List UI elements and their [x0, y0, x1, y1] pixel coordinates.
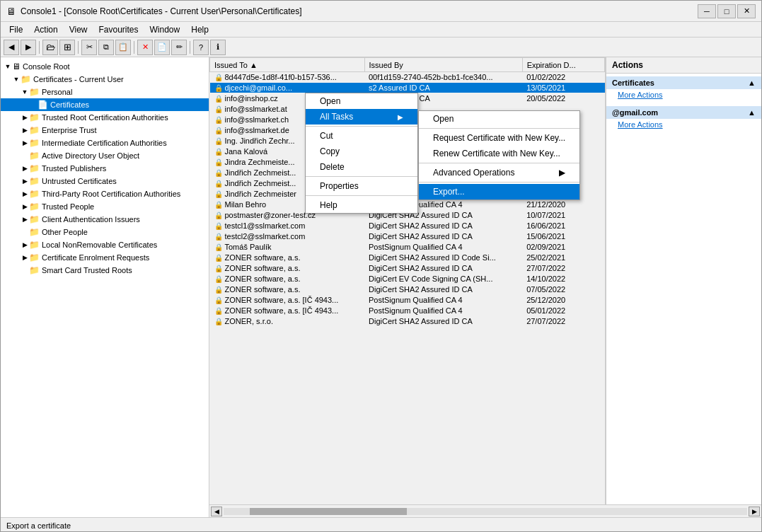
context-menu: Open All Tasks ▶ Cut Copy Delete Propert… — [305, 93, 418, 214]
cm-help[interactable]: Help — [306, 197, 417, 213]
scm-open[interactable]: Open — [419, 111, 579, 127]
cm-properties-label: Properties — [320, 181, 359, 191]
cm-cut[interactable]: Cut — [306, 128, 417, 144]
scm-renew-new-label: Renew Certificate with New Key... — [433, 149, 560, 158]
cm-all-tasks-arrow: ▶ — [398, 113, 403, 121]
cm-open[interactable]: Open — [306, 93, 417, 109]
scm-request-new-label: Request Certificate with New Key... — [433, 133, 565, 143]
scm-renew-new[interactable]: Renew Certificate with New Key... — [419, 146, 579, 161]
cm-sep2 — [306, 176, 417, 177]
cm-sep1 — [306, 126, 417, 127]
cm-open-label: Open — [320, 96, 340, 106]
cm-sep3 — [306, 195, 417, 196]
cm-properties[interactable]: Properties — [306, 178, 417, 194]
cm-copy-label: Copy — [320, 146, 340, 156]
cm-help-label: Help — [320, 200, 337, 210]
cm-delete[interactable]: Delete — [306, 159, 417, 175]
scm-advanced-label: Advanced Operations — [433, 168, 514, 178]
scm-request-new[interactable]: Request Certificate with New Key... — [419, 130, 579, 146]
sub-context-menu: Open Request Certificate with New Key...… — [418, 110, 580, 200]
scm-export-label: Export... — [433, 187, 465, 197]
scm-advanced[interactable]: Advanced Operations ▶ — [419, 165, 579, 180]
scm-sep3 — [419, 182, 579, 183]
cm-all-tasks-label: All Tasks — [320, 112, 353, 122]
scm-advanced-arrow: ▶ — [559, 168, 565, 178]
window: 🖥 Console1 - [Console Root\Certificates … — [0, 0, 762, 532]
cm-cut-label: Cut — [320, 131, 333, 141]
scm-export[interactable]: Export... — [419, 184, 579, 200]
cm-delete-label: Delete — [320, 162, 345, 172]
scm-open-label: Open — [433, 114, 454, 124]
scm-sep2 — [419, 163, 579, 163]
context-menu-overlay[interactable]: Open All Tasks ▶ Cut Copy Delete Propert… — [1, 1, 761, 531]
scm-sep1 — [419, 128, 579, 129]
cm-all-tasks[interactable]: All Tasks ▶ — [306, 109, 417, 125]
cm-copy[interactable]: Copy — [306, 144, 417, 159]
